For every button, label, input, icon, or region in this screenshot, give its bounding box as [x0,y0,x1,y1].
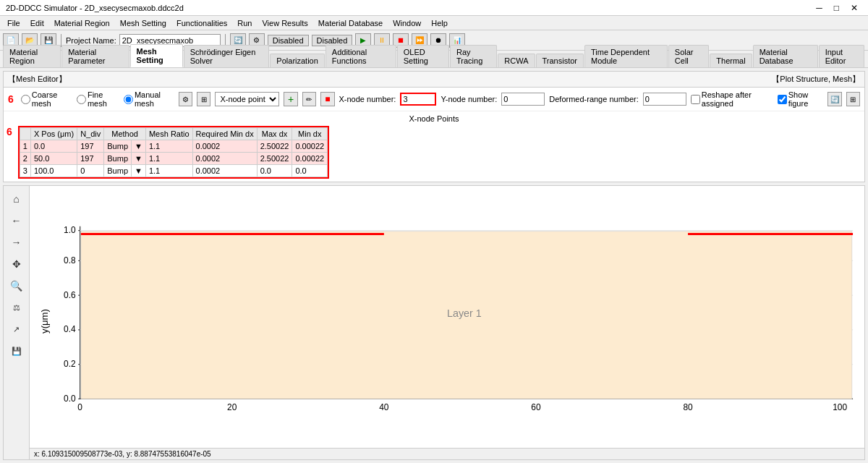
deformed-input[interactable] [643,93,686,106]
y-axis-label: y(μm) [39,309,50,334]
col-xpos: X Pos (μm) [30,128,77,140]
table-cell[interactable]: Bump [104,140,132,153]
plot-structure-title: 【Plot Structure, Mesh】 [772,74,860,85]
svg-text:20: 20 [227,402,237,412]
svg-text:80: 80 [683,402,693,412]
tab-thermal[interactable]: Thermal [710,54,752,67]
grid-icon-btn[interactable]: ⊞ [197,92,210,106]
tab-polarization[interactable]: Polarization [270,54,324,67]
ynode-number-input[interactable] [501,93,545,106]
menu-item-material-region[interactable]: Material Region [50,17,114,29]
col-rownum [20,128,30,140]
table-cell: 0.0002 [192,153,257,165]
forward-icon[interactable]: → [8,234,25,251]
tab-ray-tracing[interactable]: Ray Tracing [450,45,497,67]
col-meshratio: Mesh Ratio [145,128,192,140]
tab-rcwa[interactable]: RCWA [498,54,535,67]
grid-view-btn[interactable]: ⊞ [846,92,860,106]
move-icon[interactable]: ✥ [8,255,25,273]
tab-mesh-setting[interactable]: Mesh Setting [130,44,183,67]
col-maxdx: Max dx [257,128,292,140]
back-icon[interactable]: ← [8,212,25,229]
refresh-plot-btn[interactable]: 🔄 [827,92,841,106]
tab-input-editor[interactable]: Input Editor [819,45,864,67]
reshape-checkbox[interactable]: Reshape after assigned [691,90,773,108]
svg-text:100: 100 [833,402,847,412]
disabled-btn1[interactable]: Disabled [268,35,309,46]
step-number-left: 6 [7,126,12,137]
menu-item-help[interactable]: Help [427,17,452,29]
save-chart-icon[interactable]: 💾 [8,342,25,360]
menu-item-file[interactable]: File [3,17,25,29]
tab-schrödinger-eigen-solver[interactable]: Schrödinger Eigen Solver [184,45,270,67]
table-cell: 2.50022 [257,140,292,153]
table-row[interactable]: 3100.00Bump▼1.10.00020.00.0 [20,165,327,177]
settings-icon-btn[interactable]: ⚙ [179,92,192,106]
table-cell: 0.00022 [292,153,328,165]
tab-material-database[interactable]: Material Database [753,45,818,67]
step-number-top: 6 [8,93,14,105]
edit-node-btn[interactable]: ✏ [302,92,316,106]
zoom-icon[interactable]: 🔍 [8,277,25,294]
node-type-dropdown[interactable]: X-node point [215,92,279,106]
scale-icon[interactable]: ⚖ [8,299,25,316]
coarse-mesh-radio[interactable]: Coarse mesh [21,90,71,108]
tab-material-region[interactable]: Material Region [3,45,61,67]
table-cell: 3 [20,165,30,177]
manual-mesh-radio[interactable]: Manual mesh [124,90,174,108]
menu-item-material-database[interactable]: Material Database [314,17,387,29]
deformed-label: Deformed-range number: [549,95,639,103]
menu-item-view-results[interactable]: View Results [258,17,312,29]
close-btn[interactable]: ✕ [846,3,862,13]
arrow-icon[interactable]: ↗ [8,320,25,338]
xnode-table: X Pos (μm) N_div Method Mesh Ratio Requi… [20,127,328,177]
maximize-btn[interactable]: □ [830,3,843,13]
fine-mesh-radio[interactable]: Fine mesh [77,90,118,108]
table-cell[interactable]: Bump [104,153,132,165]
menu-item-edit[interactable]: Edit [26,17,48,29]
tab-oled-setting[interactable]: OLED Setting [397,45,449,67]
show-figure-checkbox[interactable]: Show figure [778,90,824,108]
menu-item-mesh-setting[interactable]: Mesh Setting [116,17,171,29]
xnode-title: X-node Points [7,114,861,123]
table-cell: 1.1 [145,153,192,165]
table-cell[interactable]: Bump [104,165,132,177]
status-bar: x: 6.109315009508773e-03, y: 8.887475538… [30,448,864,459]
table-cell: 1 [20,140,30,153]
window-controls[interactable]: ─ □ ✕ [812,3,862,13]
home-icon[interactable]: ⌂ [8,190,25,208]
tab-time-dependent-module[interactable]: Time Dependent Module [584,45,668,67]
tabbar: Material RegionMaterial ParameterMesh Se… [0,51,868,68]
minimize-btn[interactable]: ─ [812,3,827,13]
titlebar: 2D-DDCC Simulator - 2D_xsecysecmaxob.ddc… [0,0,868,16]
menu-item-window[interactable]: Window [388,17,425,29]
tab-transistor[interactable]: Transistor [536,54,584,67]
chart-area: y(μm) 0.0 0.2 0.4 [30,186,864,459]
table-row[interactable]: 250.0197Bump▼1.10.00022.500220.00022 [20,153,327,165]
table-row[interactable]: 10.0197Bump▼1.10.00022.500220.00022 [20,140,327,153]
table-header-row: X Pos (μm) N_div Method Mesh Ratio Requi… [20,128,327,140]
add-node-btn[interactable]: + [284,92,297,106]
table-cell: 2.50022 [257,153,292,165]
ynode-number-label: Y-node number: [441,95,497,103]
tab-additional-functions[interactable]: Additional Functions [326,45,396,67]
svg-text:60: 60 [531,402,541,412]
table-cell: 197 [77,140,104,153]
layer1-label: Layer 1 [447,307,482,319]
svg-text:1.0: 1.0 [64,225,76,235]
lower-panel: ⌂ ← → ✥ 🔍 ⚖ ↗ 💾 y(μm) [3,185,865,460]
table-cell: 0.0 [292,165,328,177]
table-cell: 0 [77,165,104,177]
table-cell: 0.0002 [192,165,257,177]
tab-solar-cell[interactable]: Solar Cell [668,45,709,67]
table-cell: 0.0 [30,140,77,153]
svg-text:0.4: 0.4 [64,324,76,334]
chart-svg-container: y(μm) 0.0 0.2 0.4 [30,186,864,448]
delete-node-btn[interactable]: ■ [320,92,334,106]
table-cell: 50.0 [30,153,77,165]
menu-item-run[interactable]: Run [233,17,256,29]
xnode-number-input[interactable] [400,93,436,106]
menu-item-functionalities[interactable]: Functionalities [172,17,231,29]
menubar: FileEditMaterial RegionMesh SettingFunct… [0,16,868,30]
tab-material-parameter[interactable]: Material Parameter [61,45,129,67]
